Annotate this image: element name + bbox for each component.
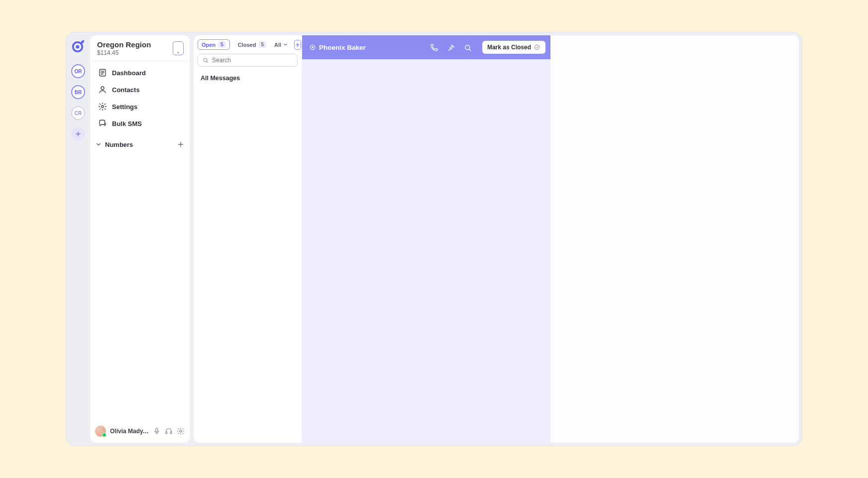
chevron-down-icon: [95, 141, 102, 148]
svg-point-3: [101, 87, 104, 90]
workspace-balance: $114.45: [97, 49, 151, 56]
sidebar-footer: Olivia Mady....: [90, 421, 190, 443]
settings-icon: [98, 102, 107, 111]
workspace-cr[interactable]: CR: [71, 106, 85, 120]
gear-icon[interactable]: [177, 427, 185, 435]
search-box[interactable]: [198, 54, 298, 67]
svg-point-1: [76, 45, 79, 49]
svg-rect-5: [156, 428, 158, 432]
mark-closed-label: Mark as Closed: [487, 44, 531, 51]
svg-point-4: [102, 106, 104, 108]
app-window: OR BR CR Oregon Region $114.45 Dashboard: [66, 32, 802, 446]
contacts-icon: [98, 85, 107, 94]
conversation-panel: Phoenix Baker Mark as Closed: [302, 35, 550, 443]
filter-all-dropdown[interactable]: All: [274, 42, 288, 48]
device-icon[interactable]: [173, 41, 184, 55]
svg-point-13: [535, 45, 539, 49]
nav-label: Settings: [112, 103, 137, 111]
mic-icon[interactable]: [153, 427, 161, 435]
nav-contacts[interactable]: Contacts: [94, 82, 186, 98]
svg-point-12: [465, 45, 470, 50]
pin-icon[interactable]: [446, 43, 454, 51]
numbers-label: Numbers: [105, 141, 133, 148]
workspace-title: Oregon Region: [97, 40, 151, 49]
user-name: Olivia Mady....: [110, 428, 149, 435]
conversation-body: [302, 59, 550, 443]
chevron-down-icon: [283, 42, 288, 47]
tab-label: Closed: [238, 42, 256, 48]
svg-rect-6: [166, 432, 167, 434]
nav-label: Bulk SMS: [112, 120, 142, 127]
check-circle-icon: [534, 44, 541, 51]
svg-point-9: [204, 58, 207, 62]
tab-label: Open: [202, 42, 216, 48]
tab-open-count: 5: [218, 41, 226, 48]
headphones-icon[interactable]: [165, 427, 173, 435]
nav-settings[interactable]: Settings: [94, 99, 186, 115]
sidebar-nav: Dashboard Contacts Settings Bulk SMS: [90, 61, 190, 135]
search-container: [194, 52, 302, 70]
filter-label: All: [274, 42, 281, 48]
main-panel: Open 5 Closed 5 All: [194, 35, 799, 443]
tab-open[interactable]: Open 5: [198, 39, 230, 50]
search-conversation-icon[interactable]: [463, 43, 471, 51]
workspace-or[interactable]: OR: [71, 64, 85, 78]
nav-label: Dashboard: [112, 69, 146, 77]
app-logo: [71, 39, 86, 54]
svg-point-11: [312, 46, 314, 48]
contact-name[interactable]: Phoenix Baker: [319, 44, 366, 51]
contact-indicator-icon: [309, 44, 316, 51]
section-all-messages: All Messages: [194, 70, 302, 82]
conversation-list: Open 5 Closed 5 All: [194, 35, 302, 443]
conversation-tabs: Open 5 Closed 5 All: [194, 35, 302, 52]
user-avatar[interactable]: [95, 426, 106, 437]
add-number-button[interactable]: [177, 140, 185, 148]
mark-as-closed-button[interactable]: Mark as Closed: [482, 41, 545, 54]
compose-button[interactable]: [294, 40, 301, 50]
tab-closed[interactable]: Closed 5: [234, 39, 270, 50]
svg-point-8: [180, 430, 182, 432]
tab-closed-count: 5: [258, 41, 266, 48]
sidebar-header: Oregon Region $114.45: [90, 35, 190, 61]
numbers-section[interactable]: Numbers: [90, 135, 190, 150]
svg-rect-7: [170, 432, 172, 434]
add-workspace-button[interactable]: [71, 127, 85, 141]
nav-dashboard[interactable]: Dashboard: [94, 65, 186, 81]
search-icon: [202, 57, 209, 64]
call-icon[interactable]: [430, 43, 437, 51]
nav-bulk-sms[interactable]: Bulk SMS: [94, 116, 186, 131]
conversation-header: Phoenix Baker Mark as Closed: [302, 35, 550, 59]
search-input[interactable]: [212, 57, 293, 64]
bulk-sms-icon: [98, 119, 107, 128]
details-panel: [550, 35, 799, 443]
workspace-rail: OR BR CR: [66, 32, 90, 446]
dashboard-icon: [98, 68, 107, 77]
sidebar: Oregon Region $114.45 Dashboard Contacts: [90, 35, 190, 443]
nav-label: Contacts: [112, 86, 140, 94]
workspace-br[interactable]: BR: [71, 85, 85, 99]
